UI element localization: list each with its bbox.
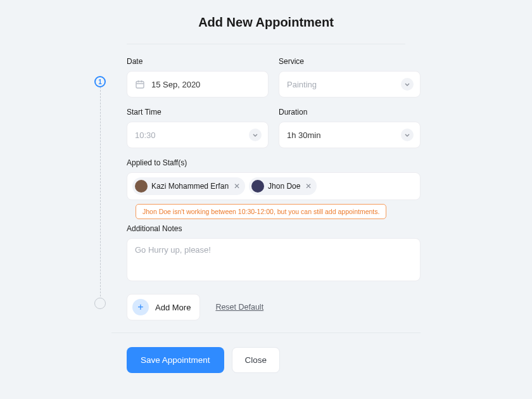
- duration-select[interactable]: 1h 30min: [279, 122, 421, 148]
- start-time-value: 10:30: [135, 130, 156, 140]
- chevron-down-icon: [401, 129, 414, 141]
- date-field[interactable]: 15 Sep, 2020: [127, 71, 269, 98]
- staff-multiselect[interactable]: Kazi Mohammed Erfan ✕ Jhon Doe ✕: [127, 172, 421, 200]
- divider-bottom: [111, 332, 421, 333]
- duration-value: 1h 30min: [287, 130, 320, 140]
- staff-chip: Jhon Doe ✕: [249, 177, 317, 195]
- page-title: Add New Appointment: [0, 0, 532, 30]
- start-time-label: Start Time: [127, 108, 269, 117]
- notes-label: Additional Notes: [127, 224, 421, 233]
- close-button[interactable]: Close: [232, 347, 281, 373]
- service-select[interactable]: Painting: [279, 71, 421, 98]
- calendar-icon: [135, 79, 145, 89]
- notes-textarea[interactable]: Go Hurry up, please!: [127, 238, 421, 281]
- svg-rect-0: [136, 82, 144, 89]
- chip-label: Jhon Doe: [268, 182, 300, 191]
- date-value: 15 Sep, 2020: [151, 80, 200, 89]
- remove-chip-button[interactable]: ✕: [234, 182, 240, 191]
- reset-default-link[interactable]: Reset Default: [215, 303, 263, 312]
- start-time-select[interactable]: 10:30: [127, 122, 269, 148]
- chip-label: Kazi Mohammed Erfan: [151, 182, 229, 191]
- timeline-line: [100, 77, 101, 309]
- duration-label: Duration: [279, 108, 421, 117]
- add-more-button[interactable]: + Add More: [127, 294, 200, 320]
- service-value: Painting: [287, 80, 317, 89]
- avatar-icon: [135, 180, 148, 193]
- avatar-icon: [251, 180, 264, 193]
- chevron-down-icon: [401, 78, 414, 91]
- step-indicator-1: 1: [94, 76, 106, 87]
- add-more-label: Add More: [155, 303, 191, 312]
- date-label: Date: [127, 57, 269, 66]
- chevron-down-icon: [249, 129, 262, 141]
- staff-label: Applied to Staff(s): [127, 158, 421, 167]
- staff-chip: Kazi Mohammed Erfan ✕: [132, 177, 245, 195]
- step-indicator-end: [94, 298, 106, 309]
- remove-chip-button[interactable]: ✕: [305, 182, 312, 191]
- warning-tooltip: Jhon Doe isn't working between 10:30-12:…: [136, 204, 386, 219]
- save-button[interactable]: Save Appointment: [127, 347, 224, 373]
- notes-placeholder: Go Hurry up, please!: [135, 245, 211, 255]
- service-label: Service: [279, 57, 421, 66]
- plus-icon: +: [132, 299, 149, 315]
- divider-top: [127, 44, 405, 44]
